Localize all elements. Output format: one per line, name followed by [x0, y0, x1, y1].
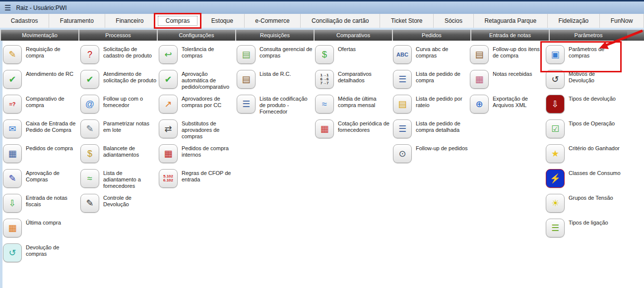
menu-item-requisicao-de-compra[interactable]: ✎Requisição de compra: [3, 45, 80, 70]
order-inbox-envelope-icon: ✉: [3, 119, 22, 138]
abc-curve-chart-icon: ABC: [393, 45, 412, 64]
return-types-box-icon: ⇩: [546, 95, 565, 114]
menu-item-label: Exportação de Arquivos XML: [493, 95, 546, 109]
menu-item-consulta-gerencial-de-compras[interactable]: ▤Consulta gerencial de compras: [237, 45, 314, 70]
menu-item-comparativo-de-compra[interactable]: =?Comparativo de compra: [3, 95, 80, 119]
tab-conciliacao-de-cartao[interactable]: Conciliação de cartão: [301, 14, 380, 28]
menu-item-label: Comparativo de compra: [26, 95, 79, 109]
menu-item-pedidos-de-compra[interactable]: ▦Pedidos de compra: [3, 144, 80, 169]
menu-item-balancete-de-adiantamentos[interactable]: $Balancete de adiantamentos: [80, 144, 158, 169]
menu-item-notas-recebidas[interactable]: ▦Notas recebidas: [470, 70, 547, 95]
purchase-return-icon-glyph: ↺: [8, 248, 16, 257]
menu-item-lista-de-pedido-de-compra[interactable]: ☰Lista de pedido de compra: [393, 70, 470, 95]
menu-item-label: Tipos de devolução: [569, 95, 622, 102]
return-types-box-icon-glyph: ⇩: [551, 100, 559, 109]
cfop-entry-rules-icon: 5.102 6.102: [159, 169, 178, 188]
menu-item-aprovadores-de-compras-por-cc[interactable]: ↗Aprovadores de compras por CC: [159, 95, 236, 119]
menu-column-parametros: ▣Parâmetros de compras↺Motivos de Devolu…: [546, 45, 623, 243]
menu-item-label: Parametrizar notas em lote: [103, 119, 157, 133]
menu-item-lista-de-pedido-por-rateio[interactable]: ▤Lista de pedido por rateio: [393, 95, 470, 119]
purchase-approval-pen-icon-glyph: ✎: [8, 174, 16, 183]
product-registration-request-icon-glyph: ?: [87, 50, 92, 59]
menu-item-atendimento-de-rc[interactable]: ✔Atendimento de RC: [3, 70, 80, 95]
menu-item-pedidos-de-compra-internos[interactable]: ▦Pedidos de compra internos: [159, 144, 236, 169]
tab-fidelizacao[interactable]: Fidelização: [548, 14, 600, 28]
menu-item-lista-de-r-c[interactable]: ▤Lista de R.C.: [237, 70, 314, 95]
category-comparativos[interactable]: Comparativos: [314, 30, 392, 41]
menu-item-label: Notas recebidas: [493, 70, 546, 77]
approver-substitutes-icon-glyph: ⇄: [164, 124, 172, 133]
purchase-order-list-icon: ☰: [393, 70, 412, 89]
detailed-comparisons-icon: 1→1 6→6 7→7: [315, 70, 334, 89]
tab-e-commerce[interactable]: e-Commerce: [245, 14, 301, 28]
menu-item-lista-de-adiantamento-a-fornecedores[interactable]: ≈Lista de adiantamento a fornecedores: [80, 169, 158, 194]
xml-export-globe-icon: ⊕: [470, 95, 489, 114]
return-reasons-icon: ↺: [546, 70, 565, 89]
category-entrada-de-notas[interactable]: Entrada de notas: [470, 30, 549, 41]
tab-financeiro[interactable]: Financeiro: [105, 14, 155, 28]
menu-item-motivos-de-devolucao[interactable]: ↺Motivos de Devolução: [546, 70, 623, 95]
purchase-requisition-icon-glyph: ✎: [8, 50, 16, 59]
menu-item-solicitacao-de-cadastro-de-produto[interactable]: ?Solicitação de cadastro de produto: [80, 45, 158, 70]
winner-criteria-star-icon-glyph: ★: [551, 149, 559, 158]
menu-item-media-de-ultima-compra-mensal[interactable]: ≈Média de última compra mensal: [315, 95, 392, 119]
tab-compras[interactable]: Compras: [155, 14, 200, 28]
menu-item-regras-de-cfop-de-entrada[interactable]: 5.102 6.102Regras de CFOP de entrada: [159, 169, 236, 194]
menu-item-tipos-de-operacao[interactable]: ☑Tipos de Operação: [546, 119, 623, 144]
menu-item-follow-up-dos-itens-de-compra[interactable]: ▤Follow-up dos itens de compra: [470, 45, 547, 70]
menu-item-tipos-de-ligacao[interactable]: ☰Tipos de ligação: [546, 219, 623, 243]
hamburger-menu-icon[interactable]: ☰: [4, 4, 11, 11]
menu-item-aprovacao-de-compras[interactable]: ✎Aprovação de Compras: [3, 169, 80, 194]
menu-item-comparativos-detalhados[interactable]: 1→1 6→6 7→7Comparativos detalhados: [315, 70, 392, 95]
menu-item-cotacao-periodica-de-fornecedores[interactable]: ▦Cotação periódica de fornecedores: [315, 119, 392, 144]
order-by-allocation-folder-icon-glyph: ▤: [398, 100, 406, 109]
tab-retaguarda-parque[interactable]: Retaguarda Parque: [474, 14, 548, 28]
tab-funnow[interactable]: FunNow: [600, 14, 644, 28]
menu-item-entrada-de-notas-fiscais[interactable]: ⇩Entrada de notas fiscais: [3, 194, 80, 219]
operation-types-checkbox-icon: ☑: [546, 119, 565, 138]
menu-item-atendimento-de-solicitacao-de-produto[interactable]: ✔Atendimento de solicitação de produto: [80, 70, 158, 95]
tab-socios[interactable]: Sócios: [434, 14, 473, 28]
menu-item-tolerancia-de-compras[interactable]: ↩Tolerância de compras: [159, 45, 236, 70]
menu-column-entrada-de-notas: ▤Follow-up dos itens de compra▦Notas rec…: [470, 45, 547, 119]
menu-item-tipos-de-devolucao[interactable]: ⇩Tipos de devolução: [546, 95, 623, 119]
tab-faturamento[interactable]: Faturamento: [49, 14, 105, 28]
menu-item-follow-up-com-o-fornecedor[interactable]: @Follow up com o fornecedor: [80, 95, 158, 119]
menu-item-lista-de-codificacao-de-produto-fornecedor[interactable]: ☰Lista de codificação de produto - Forne…: [237, 95, 314, 119]
abc-curve-chart-icon-glyph: ABC: [396, 52, 408, 58]
return-control-icon-glyph: ✎: [86, 199, 93, 208]
menu-item-follow-up-de-pedidos[interactable]: ⊙Follow-up de pedidos: [393, 144, 470, 169]
menu-item-label: Balancete de adiantamentos: [103, 144, 157, 158]
menu-item-aprovacao-automatica-de-pedido-comparativo[interactable]: ✔Aprovação automática de pedido/comparat…: [159, 70, 236, 95]
menu-item-curva-abc-de-compras[interactable]: ABCCurva abc de compras: [393, 45, 470, 70]
tab-estoque[interactable]: Estoque: [200, 14, 244, 28]
category-pedidos[interactable]: Pedidos: [392, 30, 470, 41]
menu-item-ultima-compra[interactable]: ▦Última compra: [3, 219, 80, 243]
menu-column-pedidos: ABCCurva abc de compras☰Lista de pedido …: [393, 45, 470, 169]
menu-item-parametros-de-compras[interactable]: ▣Parâmetros de compras: [546, 45, 623, 70]
menu-item-criterio-do-ganhador[interactable]: ★Critério do Ganhador: [546, 144, 623, 169]
menu-item-lista-de-pedido-de-compra-detalhada[interactable]: ☰Lista de pedido de compra detalhada: [393, 119, 470, 144]
menu-item-controle-de-devolucao[interactable]: ✎Controle de Devolução: [80, 194, 158, 219]
menu-item-ofertas[interactable]: $Ofertas: [315, 45, 392, 70]
menu-item-classes-de-consumo[interactable]: ⚡Classes de Consumo: [546, 169, 623, 194]
menu-item-label: Follow up com o fornecedor: [103, 95, 157, 109]
tab-ticket-store[interactable]: Ticket Store: [380, 14, 434, 28]
supplier-followup-icon-glyph: @: [85, 100, 94, 109]
product-request-attendance-icon-glyph: ✔: [86, 75, 93, 84]
menu-item-devolucao-de-compras[interactable]: ↺Devolução de compras: [3, 243, 80, 268]
purchase-parameters-monitor-icon: ▣: [546, 45, 565, 64]
menu-item-exportacao-de-arquivos-xml[interactable]: ⊕Exportação de Arquivos XML: [470, 95, 547, 119]
menu-item-label: Aprovação de Compras: [26, 169, 79, 183]
tab-cadastros[interactable]: Cadastros: [0, 14, 49, 28]
category-configuracoes[interactable]: Configurações: [157, 30, 235, 41]
menu-item-grupos-de-tensao[interactable]: ☀Grupos de Tensão: [546, 194, 623, 219]
menu-item-parametrizar-notas-em-lote[interactable]: ✎Parametrizar notas em lote: [80, 119, 158, 144]
category-movimentacao[interactable]: Movimentação: [0, 30, 78, 41]
menu-item-substitutos-de-aprovadores-de-compras[interactable]: ⇄Substitutos de aprovadores de compras: [159, 119, 236, 144]
category-requisicoes[interactable]: Requisições: [235, 30, 314, 41]
menu-grid: ✎Requisição de compra✔Atendimento de RC=…: [0, 41, 644, 288]
category-processos[interactable]: Processos: [78, 30, 157, 41]
menu-item-caixa-de-entrada-de-pedido-de-compra[interactable]: ✉Caixa de Entrada de Pedido de Compra: [3, 119, 80, 144]
category-parametros[interactable]: Parâmetros: [549, 30, 627, 41]
